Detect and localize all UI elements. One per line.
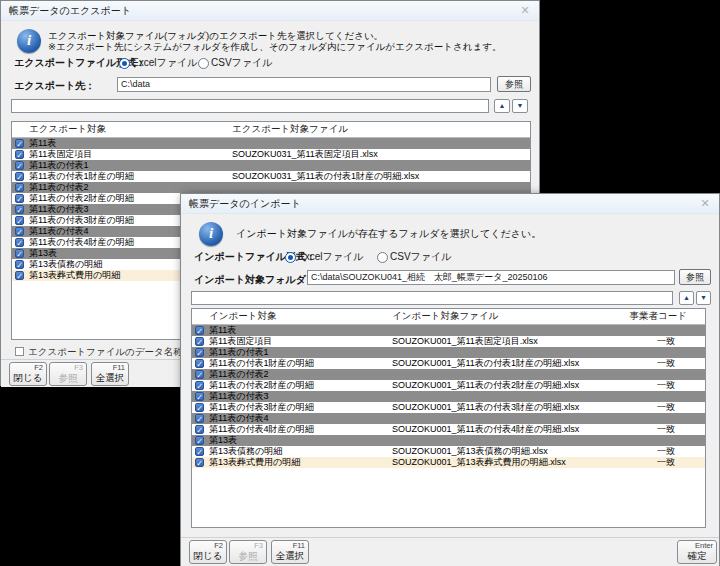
row-checkbox[interactable]: [15, 150, 24, 159]
import-path-bar[interactable]: [191, 291, 673, 305]
table-row[interactable]: 第11表: [12, 138, 530, 149]
column-header: インポート対象: [209, 310, 276, 323]
row-checkbox[interactable]: [15, 205, 24, 214]
row-checkbox[interactable]: [15, 216, 24, 225]
column-header: 事業者コード: [630, 310, 687, 323]
row-checkbox[interactable]: [195, 436, 204, 445]
radio-csv-file[interactable]: [377, 252, 388, 263]
select-all-button[interactable]: F11全選択: [91, 362, 129, 386]
select-all-button[interactable]: F11全選択: [271, 540, 309, 564]
import-folder-field[interactable]: C:\data\SOUZOKU041_相続 太郎_帳票データ_20250106: [307, 270, 675, 285]
export-dest-field[interactable]: C:\data: [117, 77, 491, 92]
copy-names-checkbox[interactable]: [15, 347, 24, 356]
row-name: 第11表の付表3財産の明細: [209, 402, 314, 413]
close-icon[interactable]: ✕: [697, 194, 713, 214]
row-code: 一致: [657, 457, 675, 468]
row-file: SOUZOKU031_第11表固定項目.xlsx: [232, 149, 378, 160]
close-button[interactable]: F2閉じる: [189, 540, 227, 564]
table-row[interactable]: 第11表固定項目SOUZOKU001_第11表固定項目.xlsx一致: [192, 336, 705, 347]
close-button[interactable]: F2閉じる: [9, 362, 47, 386]
row-name: 第11表: [209, 325, 236, 336]
row-checkbox[interactable]: [195, 326, 204, 335]
export-dialog-titlebar[interactable]: 帳票データのエクスポート ✕: [1, 1, 539, 21]
table-row[interactable]: 第11表の付表1: [192, 347, 705, 358]
row-code: 一致: [657, 380, 675, 391]
row-checkbox[interactable]: [15, 194, 24, 203]
radio-excel-file[interactable]: [119, 58, 130, 69]
row-name: 第13表葬式費用の明細: [209, 457, 300, 468]
row-file: SOUZOKU001_第13表葬式費用の明細.xlsx: [392, 457, 566, 468]
table-row[interactable]: 第11表の付表4財産の明細SOUZOKU001_第11表の付表4財産の明細.xl…: [192, 424, 705, 435]
close-icon[interactable]: ✕: [517, 1, 533, 21]
export-path-bar[interactable]: [11, 99, 489, 113]
row-checkbox[interactable]: [15, 161, 24, 170]
move-up-icon[interactable]: ▲: [679, 291, 694, 305]
row-checkbox[interactable]: [195, 458, 204, 467]
table-row[interactable]: 第11表の付表2: [192, 369, 705, 380]
row-checkbox[interactable]: [15, 139, 24, 148]
radio-excel-label[interactable]: Excelファイル: [132, 56, 197, 70]
table-row[interactable]: 第11表の付表2: [12, 182, 530, 193]
row-checkbox[interactable]: [15, 249, 24, 258]
table-row[interactable]: 第11表固定項目SOUZOKU031_第11表固定項目.xlsx: [12, 149, 530, 160]
row-file: SOUZOKU001_第11表固定項目.xlsx: [392, 336, 538, 347]
import-table[interactable]: インポート対象インポート対象ファイル事業者コード第11表第11表固定項目SOUZ…: [191, 308, 706, 528]
radio-excel-label[interactable]: Excelファイル: [298, 250, 363, 264]
table-row[interactable]: 第13表葬式費用の明細SOUZOKU001_第13表葬式費用の明細.xlsx一致: [192, 457, 705, 468]
row-checkbox[interactable]: [195, 403, 204, 412]
radio-csv-label[interactable]: CSVファイル: [211, 56, 273, 70]
row-checkbox[interactable]: [195, 425, 204, 434]
table-row[interactable]: 第11表の付表3財産の明細SOUZOKU001_第11表の付表3財産の明細.xl…: [192, 402, 705, 413]
confirm-button[interactable]: Enter確定: [677, 540, 717, 564]
row-checkbox[interactable]: [195, 337, 204, 346]
table-header-row: エクスポート対象エクスポート対象ファイル: [12, 122, 530, 138]
move-down-icon[interactable]: ▼: [696, 291, 711, 305]
row-name: 第11表の付表3: [29, 204, 89, 215]
table-row[interactable]: 第11表: [192, 325, 705, 336]
row-name: 第11表の付表4: [209, 413, 269, 424]
row-checkbox[interactable]: [15, 238, 24, 247]
import-browse-button[interactable]: 参照: [679, 269, 711, 285]
table-row[interactable]: 第13表債務の明細SOUZOKU001_第13表債務の明細.xlsx一致: [192, 446, 705, 457]
row-name: 第13表: [29, 248, 57, 259]
table-row[interactable]: 第11表の付表2財産の明細SOUZOKU001_第11表の付表2財産の明細.xl…: [192, 380, 705, 391]
radio-csv-file[interactable]: [198, 58, 209, 69]
table-row[interactable]: 第11表の付表4: [192, 413, 705, 424]
row-checkbox[interactable]: [195, 392, 204, 401]
row-checkbox[interactable]: [195, 359, 204, 368]
row-checkbox[interactable]: [195, 348, 204, 357]
export-browse-button[interactable]: 参照: [497, 76, 531, 92]
info-icon: i: [17, 29, 41, 53]
export-instruction-1: エクスポート対象ファイル(フォルダ)のエクスポート先を選択してください。: [48, 30, 383, 41]
button-label: 閉じる: [190, 550, 226, 561]
move-up-icon[interactable]: ▲: [494, 99, 510, 113]
move-down-icon[interactable]: ▼: [512, 99, 528, 113]
table-row[interactable]: 第11表の付表1財産の明細SOUZOKU031_第11表の付表1財産の明細.xl…: [12, 171, 530, 182]
row-name: 第11表の付表3: [209, 391, 269, 402]
row-checkbox[interactable]: [195, 381, 204, 390]
table-row[interactable]: 第11表の付表1: [12, 160, 530, 171]
radio-csv-label[interactable]: CSVファイル: [390, 250, 452, 264]
row-checkbox[interactable]: [15, 183, 24, 192]
fkey-label: F2: [190, 541, 226, 550]
row-checkbox[interactable]: [195, 414, 204, 423]
button-label: 全選択: [92, 372, 128, 383]
row-checkbox[interactable]: [195, 447, 204, 456]
radio-excel-file[interactable]: [285, 252, 296, 263]
import-dialog-titlebar[interactable]: 帳票データのインポート ✕: [181, 194, 719, 214]
row-code: 一致: [657, 402, 675, 413]
column-header: エクスポート対象ファイル: [232, 123, 348, 136]
fkey-label: F3: [50, 363, 86, 372]
row-file: SOUZOKU001_第11表の付表3財産の明細.xlsx: [392, 402, 579, 413]
table-row[interactable]: 第11表の付表3: [192, 391, 705, 402]
row-checkbox[interactable]: [195, 370, 204, 379]
row-checkbox[interactable]: [15, 227, 24, 236]
table-row[interactable]: 第11表の付表1財産の明細SOUZOKU001_第11表の付表1財産の明細.xl…: [192, 358, 705, 369]
table-row[interactable]: 第13表: [192, 435, 705, 446]
row-checkbox[interactable]: [15, 260, 24, 269]
row-checkbox[interactable]: [15, 271, 24, 280]
export-instruction-2: ※エクスポート先にシステムがフォルダを作成し、そのフォルダ内にファイルがエクスポ…: [48, 41, 501, 52]
row-checkbox[interactable]: [15, 172, 24, 181]
row-file: SOUZOKU031_第11表の付表1財産の明細.xlsx: [232, 171, 419, 182]
import-button-bar: F2閉じるF3参照F11全選択Enter確定: [181, 537, 719, 566]
